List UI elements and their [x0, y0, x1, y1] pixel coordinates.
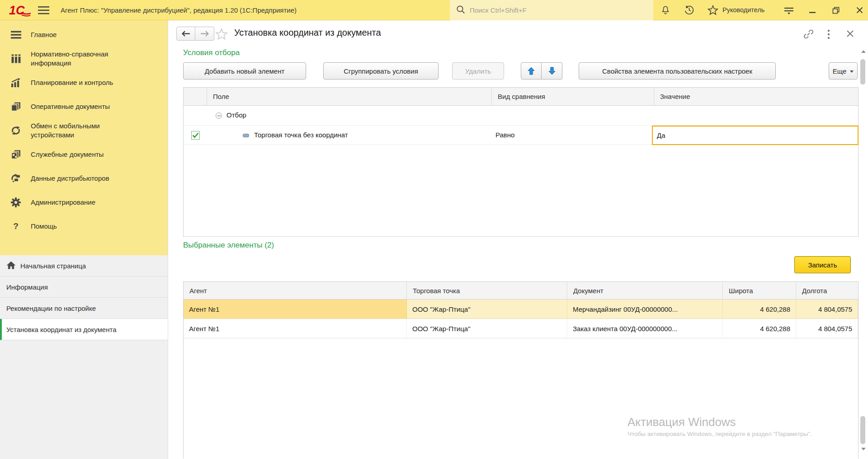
tab-home-page[interactable]: Начальная страница [0, 255, 168, 276]
navigation-buttons [176, 27, 214, 41]
chart-growth-icon [10, 78, 22, 87]
1c-logo-icon: 1С [9, 3, 32, 19]
sidebar-item-label: Служебные документы [31, 150, 104, 159]
save-button[interactable]: Записать [794, 256, 851, 273]
scrollbar-thumb-bottom[interactable] [860, 416, 865, 444]
cell-document[interactable]: Заказ клиента 00УД-000000000... [567, 319, 723, 338]
cell-agent[interactable]: Агент №1 [184, 300, 407, 318]
cell-document[interactable]: Мерчандайзинг 00УД-00000000... [567, 300, 723, 318]
tab-information[interactable]: Информация [0, 276, 168, 298]
column-header-outlet[interactable]: Торговая точка [407, 282, 567, 299]
column-header-value[interactable]: Значение [654, 88, 858, 105]
scroll-down-arrow-icon[interactable] [861, 448, 866, 450]
selected-table-header: Агент Торговая точка Документ Широта Дол… [184, 282, 858, 300]
sidebar-item-main[interactable]: Главное [0, 23, 168, 47]
sidebar-item-label: Обмен с мобильными устройствами [31, 122, 135, 140]
sidebar-item-label: Главное [31, 30, 57, 39]
sync-icon [10, 126, 22, 136]
cell-longitude[interactable]: 4 804,0575 [796, 319, 858, 338]
column-header-agent[interactable]: Агент [184, 282, 407, 299]
documents-icon [10, 102, 22, 111]
search-icon [456, 5, 465, 16]
condition-value-text: Да [657, 131, 665, 139]
sidebar-item-help[interactable]: ? Помощь [0, 214, 168, 238]
more-actions-button[interactable]: Еще [829, 62, 858, 80]
forward-button[interactable] [195, 27, 214, 41]
scroll-up-arrow-icon[interactable] [861, 50, 866, 53]
column-header-latitude[interactable]: Широта [723, 282, 796, 299]
column-header-longitude[interactable]: Долгота [796, 282, 858, 299]
sections-panel: Главное Нормативно-справочная информация… [0, 20, 168, 255]
question-icon: ? [10, 221, 22, 231]
group-conditions-button[interactable]: Сгруппировать условия [323, 62, 439, 80]
more-menu-kebab-icon[interactable] [827, 29, 830, 41]
restore-window-icon[interactable] [828, 0, 844, 20]
sidebar-item-administration[interactable]: Администрирование [0, 190, 168, 214]
column-header-checkbox[interactable] [184, 88, 207, 105]
group-row-label: Отбор [226, 111, 246, 119]
sidebar-item-planning[interactable]: Планирование и контроль [0, 70, 168, 94]
cell-latitude[interactable]: 4 620,288 [723, 300, 796, 318]
global-search[interactable] [450, 0, 653, 20]
sidebar-item-service-documents[interactable]: Служебные документы [0, 142, 168, 166]
search-input[interactable] [470, 6, 642, 14]
favorites-star-icon[interactable] [705, 0, 721, 20]
selected-section-title: Выбранные элементы (2) [183, 241, 274, 250]
chevron-down-icon [850, 70, 854, 73]
condition-checkbox-checked[interactable] [191, 131, 200, 140]
delete-button[interactable]: Удалить [452, 62, 504, 80]
collapse-minus-icon[interactable] [216, 112, 222, 119]
notifications-bell-icon[interactable] [658, 0, 673, 20]
close-window-icon[interactable] [852, 0, 867, 20]
button-label: Сгруппировать условия [344, 67, 418, 75]
close-form-icon[interactable] [846, 30, 854, 39]
button-label: Еще [833, 67, 847, 75]
cell-outlet[interactable]: ООО "Жар-Птица" [407, 319, 567, 338]
filter-condition-row[interactable]: Торговая точка без координат Равно Да [184, 126, 858, 145]
distributors-icon [10, 173, 22, 183]
sidebar-item-operative-documents[interactable]: Оперативные документы [0, 94, 168, 118]
favorite-star-icon[interactable] [215, 28, 228, 42]
back-button[interactable] [176, 27, 195, 41]
sidebar-item-reference-info[interactable]: Нормативно-справочная информация [0, 47, 168, 70]
cell-longitude[interactable]: 4 804,0575 [796, 300, 858, 318]
tab-set-coordinates-active[interactable]: Установка координат из документа [0, 319, 168, 340]
tab-label: Установка координат из документа [6, 326, 117, 333]
table-row[interactable]: Агент №1 ООО "Жар-Птица" Заказ клиента 0… [184, 319, 858, 338]
condition-field: Торговая точка без координат [254, 131, 348, 139]
current-user[interactable]: Руководитель [722, 0, 764, 20]
view-settings-icon[interactable] [781, 0, 797, 20]
main-menu-icon[interactable] [38, 6, 49, 16]
windows-activation-watermark: Активация Windows [627, 415, 736, 429]
window-title: Агент Плюс: "Управление дистрибуцией", р… [61, 0, 297, 20]
button-label: Добавить новый элемент [205, 67, 285, 75]
app-window: 1С Агент Плюс: "Управление дистрибуцией"… [0, 0, 868, 459]
cell-latitude[interactable]: 4 620,288 [723, 319, 796, 338]
column-header-comparison[interactable]: Вид сравнения [492, 88, 654, 105]
gear-icon [10, 197, 22, 207]
table-row-selected[interactable]: Агент №1 ООО "Жар-Птица" Мерчандайзинг 0… [184, 300, 858, 319]
filter-group-row[interactable]: Отбор [184, 106, 858, 126]
move-down-button[interactable] [542, 62, 562, 80]
column-header-field[interactable]: Поле [207, 88, 492, 105]
scrollbar-thumb-top[interactable] [860, 59, 865, 84]
history-icon[interactable] [681, 0, 697, 20]
condition-comparison: Равно [495, 131, 514, 139]
button-label: Записать [808, 261, 837, 269]
user-settings-properties-button[interactable]: Свойства элемента пользовательских настр… [579, 62, 776, 80]
cell-outlet[interactable]: ООО "Жар-Птица" [407, 300, 567, 318]
sidebar-item-mobile-exchange[interactable]: Обмен с мобильными устройствами [0, 118, 168, 142]
tab-setup-recommendations[interactable]: Рекомендации по настройке [0, 298, 168, 319]
get-link-icon[interactable] [803, 28, 814, 42]
columns-icon [10, 54, 22, 63]
button-label: Удалить [465, 67, 491, 75]
add-new-element-button[interactable]: Добавить новый элемент [183, 62, 306, 80]
sidebar-item-distributors-data[interactable]: Данные дистрибьюторов [0, 166, 168, 190]
minimize-window-icon[interactable] [805, 0, 820, 20]
column-header-document[interactable]: Документ [567, 282, 723, 299]
move-up-button[interactable] [521, 62, 542, 80]
page-title: Установка координат из документа [234, 28, 381, 38]
cell-agent[interactable]: Агент №1 [184, 319, 407, 338]
condition-value-input[interactable]: Да [652, 126, 859, 145]
sidebar-item-label: Планирование и контроль [31, 78, 113, 87]
